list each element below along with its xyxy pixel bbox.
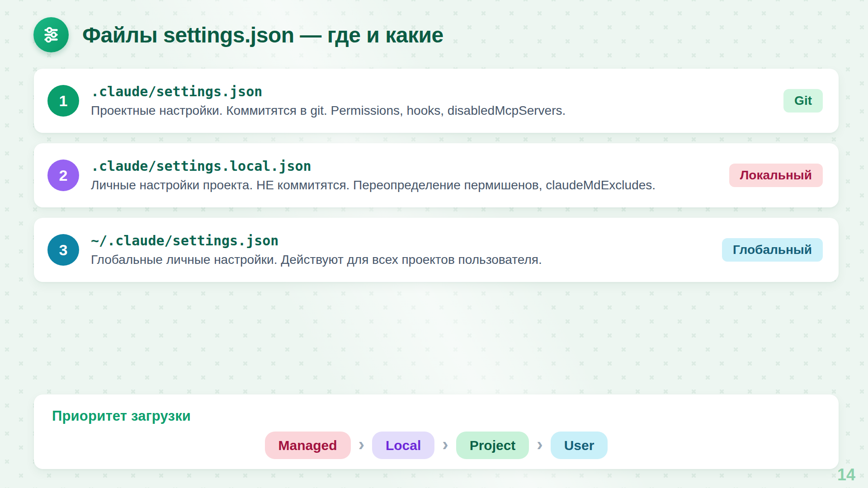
chevron-right-icon: › (442, 435, 448, 453)
priority-pill-local: Local (372, 432, 434, 459)
settings-files-list: 1 .claude/settings.json Проектные настро… (34, 69, 839, 282)
scope-badge-local: Локальный (729, 164, 823, 187)
file-path: .claude/settings.json (91, 84, 783, 99)
priority-pill-project: Project (456, 432, 529, 459)
page-number: 14 (837, 465, 855, 484)
file-path: .claude/settings.local.json (91, 158, 729, 174)
slide: Файлы settings.json — где и какие 1 .cla… (0, 0, 868, 488)
step-number-badge: 2 (47, 160, 79, 191)
step-number-badge: 3 (47, 234, 79, 266)
priority-pill-user: User (551, 432, 608, 459)
file-path: ~/.claude/settings.json (91, 233, 722, 249)
chevron-right-icon: › (537, 435, 542, 453)
slide-header: Файлы settings.json — где и какие (33, 17, 443, 52)
settings-file-card-project: 1 .claude/settings.json Проектные настро… (34, 69, 839, 133)
priority-heading: Приоритет загрузки (52, 408, 821, 424)
scope-badge-global: Глобальный (722, 238, 823, 262)
file-info: ~/.claude/settings.json Глобальные личны… (91, 233, 722, 267)
priority-card: Приоритет загрузки Managed › Local › Pro… (34, 394, 839, 469)
file-description: Проектные настройки. Коммитятся в git. P… (91, 103, 783, 118)
settings-file-card-local: 2 .claude/settings.local.json Личные нас… (34, 143, 839, 207)
file-info: .claude/settings.json Проектные настройк… (91, 84, 783, 118)
file-description: Личные настройки проекта. НЕ коммитятся.… (91, 178, 729, 192)
settings-file-card-global: 3 ~/.claude/settings.json Глобальные лич… (34, 218, 839, 282)
scope-badge-git: Git (783, 89, 823, 113)
sliders-icon (33, 17, 69, 52)
priority-flow: Managed › Local › Project › User (52, 432, 821, 459)
chevron-right-icon: › (359, 435, 364, 453)
page-title: Файлы settings.json — где и какие (82, 23, 443, 47)
step-number-badge: 1 (47, 85, 79, 117)
priority-pill-managed: Managed (265, 432, 351, 459)
file-description: Глобальные личные настройки. Действуют д… (91, 253, 722, 267)
file-info: .claude/settings.local.json Личные настр… (91, 158, 729, 192)
